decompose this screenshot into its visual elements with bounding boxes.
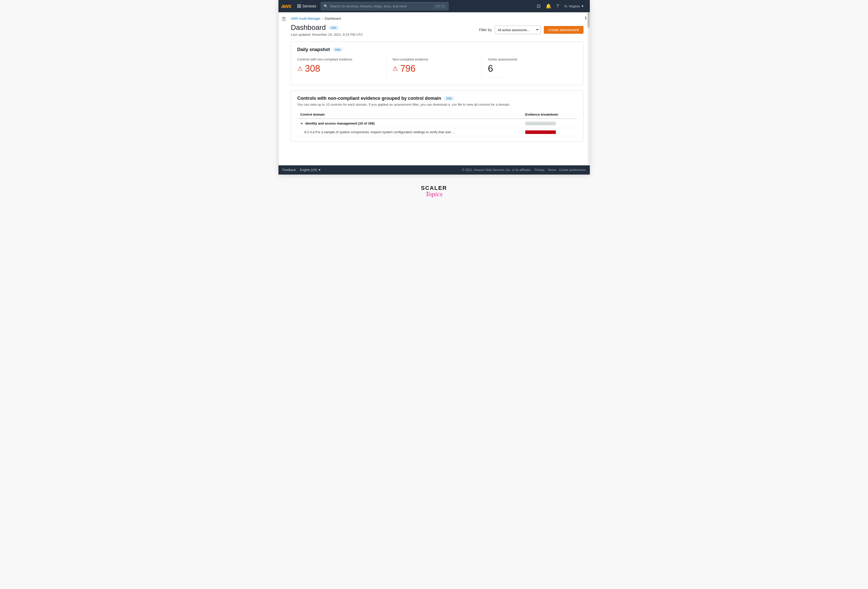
copyright-text: © 2021, Amazon Web Services, Inc. or its… xyxy=(462,168,531,172)
control-name-cell: 8.2.4.a For a sample of system component… xyxy=(297,128,523,136)
top-nav: aws Services 🔍 Search for services, feat… xyxy=(279,0,590,12)
search-shortcut: [Alt+S] xyxy=(435,4,446,8)
stat-assessments-value: 6 xyxy=(488,63,571,74)
controls-table-head: Control domain Evidence breakdown xyxy=(297,111,577,119)
top-right-info-icon[interactable]: ℹ xyxy=(585,16,586,21)
terms-link[interactable]: Terms xyxy=(548,168,556,172)
footer: Feedback English (US) ▼ © 2021, Amazon W… xyxy=(279,165,590,174)
search-icon: 🔍 xyxy=(323,4,328,8)
stat-active-assessments: Active assessments 6 · · · · xyxy=(481,58,577,80)
terminal-icon-button[interactable]: ⊡ xyxy=(535,2,543,10)
stat-assessments-label: Active assessments xyxy=(488,58,571,61)
controls-table-body: Identity and access management (10 of 16… xyxy=(297,119,577,136)
filter-label: Filter by xyxy=(479,28,492,32)
daily-snapshot-title: Daily snapshot Info xyxy=(297,47,577,52)
controls-description: You can view up to 10 controls for each … xyxy=(297,103,577,106)
controls-card: Controls with non-compliant evidence gro… xyxy=(291,90,583,142)
filter-select[interactable]: All active assessme... xyxy=(495,25,541,34)
help-icon-button[interactable]: ? xyxy=(554,3,561,10)
breadcrumb-parent-link[interactable]: AWS Audit Manager xyxy=(291,16,321,21)
stat-controls-value: ⚠ 308 xyxy=(297,63,380,74)
search-bar[interactable]: 🔍 Search for services, features, blogs, … xyxy=(321,2,449,10)
footer-left: Feedback English (US) ▼ xyxy=(282,168,321,172)
language-selector[interactable]: English (US) ▼ xyxy=(300,168,321,172)
aws-logo: aws xyxy=(282,3,291,9)
page-title-section: Dashboard Info Last updated: November 19… xyxy=(291,24,363,37)
content-area: ☰ ℹ AWS Audit Manager › Dashboard Dashbo… xyxy=(279,12,590,165)
language-arrow: ▼ xyxy=(318,168,321,172)
footer-right: © 2021, Amazon Web Services, Inc. or its… xyxy=(462,168,586,172)
daily-snapshot-card: Daily snapshot Info Controls with non-co… xyxy=(291,41,583,85)
evidence-bar-bg xyxy=(525,130,556,134)
scrollbar-track[interactable] xyxy=(588,12,589,165)
controls-section-title: Controls with non-compliant evidence gro… xyxy=(297,96,577,101)
stat-dots: · · · · xyxy=(488,74,571,80)
sidebar-toggle-button[interactable]: ☰ xyxy=(282,16,286,22)
control-row[interactable]: 8.2.4.a For a sample of system component… xyxy=(297,128,577,136)
page-title: Dashboard Info xyxy=(291,24,363,32)
controls-table-header-row: Control domain Evidence breakdown xyxy=(297,111,577,119)
breadcrumb-separator: › xyxy=(322,17,323,21)
control-evidence-cell xyxy=(522,128,577,136)
scrollbar-thumb[interactable] xyxy=(588,12,589,28)
breadcrumb: AWS Audit Manager › Dashboard xyxy=(291,16,583,21)
region-chevron: ▼ xyxy=(581,4,584,8)
daily-snapshot-title-text: Daily snapshot xyxy=(297,47,330,52)
stat-controls-non-compliant: Controls with non-compliant evidence ⚠ 3… xyxy=(297,58,387,80)
warning-triangle-icon-2: ⚠ xyxy=(393,65,398,72)
controls-info-badge[interactable]: Info xyxy=(444,96,455,101)
snapshot-stats: Controls with non-compliant evidence ⚠ 3… xyxy=(297,58,577,80)
stat-controls-number: 308 xyxy=(305,63,320,74)
stat-evidence-label: Non-compliant evidence xyxy=(393,58,475,61)
services-button[interactable]: Services xyxy=(295,3,318,9)
stat-evidence-value: ⚠ 796 xyxy=(393,63,475,74)
evidence-bar-fill xyxy=(525,130,556,134)
privacy-link[interactable]: Privacy xyxy=(534,168,545,172)
stat-assessments-number: 6 xyxy=(488,63,493,74)
topics-text: Topics xyxy=(421,190,447,198)
region-selector[interactable]: N. Virginia ▼ xyxy=(562,3,587,9)
search-placeholder: Search for services, features, blogs, do… xyxy=(330,4,407,8)
evidence-bar-container xyxy=(525,130,574,134)
breadcrumb-current: Dashboard xyxy=(325,16,341,21)
warning-triangle-icon: ⚠ xyxy=(297,65,303,72)
page-header: Dashboard Info Last updated: November 19… xyxy=(291,24,583,37)
controls-table: Control domain Evidence breakdown Identi… xyxy=(297,111,577,136)
header-actions: Filter by All active assessme... Create … xyxy=(479,25,583,34)
create-assessment-button[interactable]: Create assessment xyxy=(544,26,583,34)
region-label: N. Virginia xyxy=(565,4,580,8)
page-info-badge[interactable]: Info xyxy=(328,25,339,30)
last-updated-text: Last updated: November 19, 2021, 9:25 PM… xyxy=(291,32,363,37)
stat-controls-label: Controls with non-compliant evidence xyxy=(297,58,380,61)
bell-icon-button[interactable]: 🔔 xyxy=(543,2,553,10)
cookie-link[interactable]: Cookie preferences xyxy=(559,168,586,172)
grid-icon xyxy=(297,4,301,8)
watermark: SCALER Topics xyxy=(421,185,447,198)
domain-row[interactable]: Identity and access management (10 of 16… xyxy=(297,119,577,128)
controls-title-text: Controls with non-compliant evidence gro… xyxy=(297,96,441,101)
col-control-domain: Control domain xyxy=(297,111,523,119)
services-label: Services xyxy=(303,4,316,8)
main-content: AWS Audit Manager › Dashboard Dashboard … xyxy=(279,12,589,148)
stat-non-compliant-evidence: Non-compliant evidence ⚠ 796 xyxy=(386,58,481,80)
language-label: English (US) xyxy=(300,168,317,172)
page-title-text: Dashboard xyxy=(291,24,326,32)
domain-name-text: Identity and access management (10 of 16… xyxy=(305,121,375,125)
col-evidence-breakdown: Evidence breakdown xyxy=(522,111,577,119)
chevron-down-icon xyxy=(300,123,303,124)
nav-icons: ⊡ 🔔 ? N. Virginia ▼ xyxy=(535,2,587,10)
daily-snapshot-info-badge[interactable]: Info xyxy=(332,47,343,52)
feedback-button[interactable]: Feedback xyxy=(282,168,296,172)
domain-evidence-cell xyxy=(522,119,577,128)
domain-name-cell: Identity and access management (10 of 16… xyxy=(297,119,523,128)
stat-evidence-number: 796 xyxy=(400,63,415,74)
domain-evidence-bar xyxy=(525,122,556,125)
